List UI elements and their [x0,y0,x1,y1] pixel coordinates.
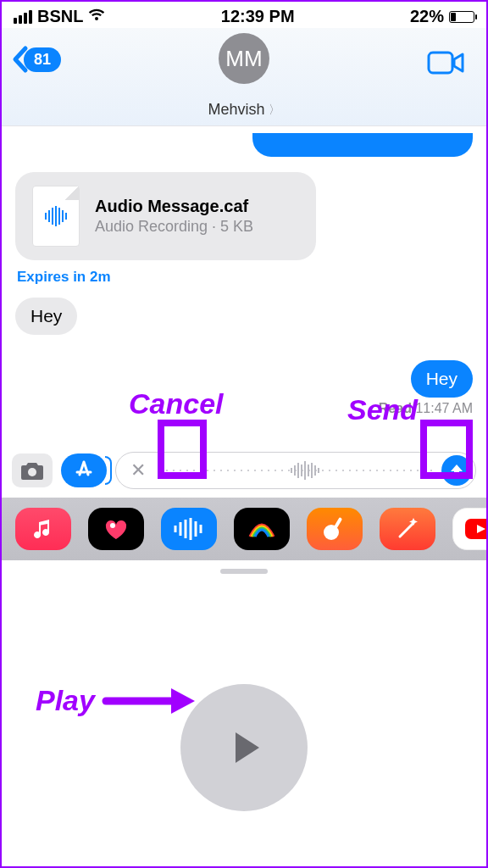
svg-marker-30 [236,732,259,763]
play-icon [220,724,268,771]
camera-button[interactable] [12,453,53,487]
contact-name-button[interactable]: Mehvish 〉 [208,101,280,119]
facetime-button[interactable] [427,50,464,79]
clock-label: 12:39 PM [221,7,295,26]
audio-wave-icon [43,206,69,226]
sound-wave-icon [172,518,206,540]
app-store-icon [73,459,95,481]
camera-icon [19,460,45,481]
svg-point-8 [28,468,36,476]
heart-icon [103,517,130,541]
file-icon [32,186,80,247]
wand-icon [395,516,420,542]
app-digital-touch[interactable] [88,508,144,550]
app-apple-music[interactable] [15,508,71,550]
svg-line-27 [400,523,413,537]
messages-thread[interactable]: Audio Message.caf Audio Recording · 5 KB… [2,126,486,447]
signal-bars-icon [14,10,32,24]
video-camera-icon [427,50,464,75]
contact-avatar[interactable]: MM [219,33,269,84]
read-time-label: 11:47 AM [415,401,473,415]
compose-row: ✕ [2,447,486,498]
guitar-icon [321,515,348,542]
music-note-icon [30,516,56,542]
incoming-message-bubble[interactable]: Hey [15,298,77,335]
app-youtube[interactable] [452,508,486,550]
app-memoji[interactable] [380,508,435,550]
svg-point-18 [110,523,115,528]
app-store-button[interactable] [61,453,107,487]
app-garageband[interactable] [307,508,363,550]
battery-pct-label: 22% [410,7,444,26]
read-receipt: Read 11:47 AM [379,401,473,416]
svg-rect-26 [334,517,342,529]
send-button[interactable] [441,455,472,486]
rainbow-brush-icon [247,516,277,542]
play-button[interactable] [180,684,308,811]
audio-filename-label: Audio Message.caf [95,197,253,216]
contact-name-label: Mehvish [208,101,264,119]
outgoing-message-bubble[interactable]: Hey [411,360,473,398]
cancel-recording-button[interactable]: ✕ [126,459,150,481]
chevron-right-icon: 〉 [269,103,280,118]
audio-message-bubble[interactable]: Audio Message.caf Audio Recording · 5 KB [15,172,316,260]
audio-waveform-icon [290,461,320,483]
conversation-header: 81 MM Mehvish 〉 [2,28,486,126]
audio-subtitle-label: Audio Recording · 5 KB [95,218,253,236]
audio-compose-field[interactable]: ✕ [115,452,476,489]
carrier-label: BSNL [37,7,83,26]
back-button[interactable]: 81 [12,45,61,74]
app-drawer[interactable] [2,498,486,560]
battery-icon [449,11,474,23]
previous-outgoing-bubble [252,133,473,157]
audio-memo-panel [2,560,486,868]
app-audio-memos[interactable] [161,508,217,550]
youtube-icon [463,516,486,542]
status-bar: BSNL 12:39 PM 22% [2,2,486,28]
svg-rect-0 [429,53,452,73]
drawer-handle[interactable] [220,569,268,574]
arrow-up-icon [448,462,465,479]
app-images[interactable] [234,508,290,550]
wifi-icon [88,7,105,26]
expires-label[interactable]: Expires in 2m [17,269,471,286]
read-label: Read [379,401,412,415]
unread-count-badge: 81 [24,47,61,72]
